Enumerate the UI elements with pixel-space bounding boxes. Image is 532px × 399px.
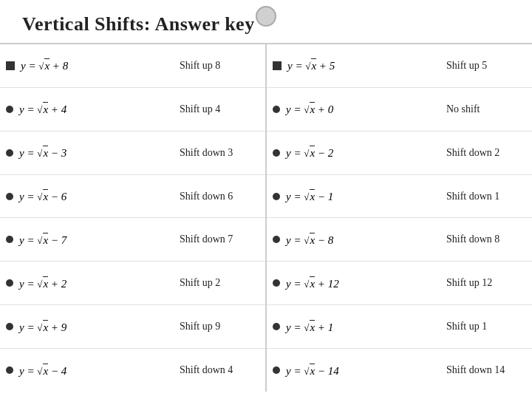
table-row: y = √x − 7Shift down 7: [0, 218, 265, 262]
table-row: y = √x − 4Shift down 4: [0, 349, 265, 392]
row-equation: y = √x + 0: [286, 102, 443, 116]
row-bullet: [273, 149, 280, 157]
table-row: y = √x + 1Shift up 1: [267, 305, 532, 349]
row-shift-label: Shift down 8: [443, 233, 525, 245]
row-shift-label: No shift: [443, 103, 525, 115]
left-column: y = √x + 8Shift up 8y = √x + 4Shift up 4…: [0, 44, 267, 392]
row-equation: y = √x − 8: [286, 233, 443, 247]
content-area: y = √x + 8Shift up 8y = √x + 4Shift up 4…: [0, 44, 532, 392]
row-bullet: [6, 106, 13, 113]
row-shift-label: Shift down 1: [443, 191, 525, 202]
table-row: y = √x + 12Shift up 12: [267, 262, 532, 305]
right-column: y = √x + 5Shift up 5y = √x + 0No shifty …: [267, 44, 532, 392]
table-row: y = √x + 2Shift up 2: [0, 262, 265, 305]
table-row: y = √x + 4Shift up 4: [0, 88, 265, 132]
row-shift-label: Shift down 7: [177, 233, 258, 245]
row-equation: y = √x − 1: [286, 189, 443, 203]
row-bullet: [273, 279, 280, 287]
table-row: y = √x − 3Shift down 3: [0, 132, 265, 175]
row-equation: y = √x + 4: [19, 102, 177, 116]
row-equation: y = √x + 1: [286, 320, 443, 334]
row-bullet: [6, 366, 13, 374]
row-bullet: [6, 193, 13, 200]
row-shift-label: Shift down 2: [443, 147, 525, 159]
row-bullet: [273, 323, 280, 330]
title-bar: Vertical Shifts: Answer key: [0, 0, 532, 44]
row-shift-label: Shift up 8: [177, 60, 258, 72]
table-row: y = √x − 6Shift down 6: [0, 175, 265, 219]
row-equation: y = √x + 5: [287, 58, 443, 72]
row-bullet: [6, 61, 15, 70]
row-equation: y = √x − 14: [286, 364, 443, 378]
row-bullet: [273, 366, 280, 374]
row-bullet: [6, 236, 13, 243]
row-shift-label: Shift up 12: [443, 277, 525, 289]
row-bullet: [6, 279, 13, 287]
table-row: y = √x − 1Shift down 1: [267, 175, 532, 219]
table-row: y = √x + 0No shift: [267, 88, 532, 132]
row-shift-label: Shift up 5: [443, 60, 525, 72]
row-shift-label: Shift down 3: [177, 147, 258, 159]
row-bullet: [6, 149, 13, 157]
row-shift-label: Shift up 4: [177, 103, 258, 115]
row-shift-label: Shift up 2: [177, 277, 258, 289]
page-container: Vertical Shifts: Answer key y = √x + 8Sh…: [0, 0, 532, 399]
row-equation: y = √x − 7: [19, 233, 177, 247]
table-row: y = √x − 14Shift down 14: [267, 349, 532, 392]
title-circle-decoration: [256, 6, 276, 27]
table-row: y = √x + 8Shift up 8: [0, 44, 265, 88]
table-row: y = √x − 8Shift down 8: [267, 218, 532, 262]
table-row: y = √x − 2Shift down 2: [267, 132, 532, 175]
row-shift-label: Shift up 1: [443, 321, 525, 332]
table-row: y = √x + 9Shift up 9: [0, 305, 265, 349]
row-bullet: [273, 106, 280, 113]
row-bullet: [273, 61, 282, 70]
row-shift-label: Shift down 14: [443, 364, 525, 376]
row-equation: y = √x + 9: [19, 320, 177, 334]
row-equation: y = √x − 2: [286, 146, 443, 160]
row-equation: y = √x + 8: [21, 58, 177, 72]
row-shift-label: Shift up 9: [177, 321, 258, 332]
row-equation: y = √x − 6: [19, 189, 177, 203]
row-bullet: [273, 236, 280, 243]
table-row: y = √x + 5Shift up 5: [267, 44, 532, 88]
row-equation: y = √x − 3: [19, 146, 177, 160]
row-equation: y = √x − 4: [19, 364, 177, 378]
row-bullet: [273, 193, 280, 200]
row-bullet: [6, 323, 13, 330]
row-shift-label: Shift down 4: [177, 364, 258, 376]
row-shift-label: Shift down 6: [177, 191, 258, 202]
row-equation: y = √x + 2: [19, 276, 177, 290]
row-equation: y = √x + 12: [286, 276, 443, 290]
